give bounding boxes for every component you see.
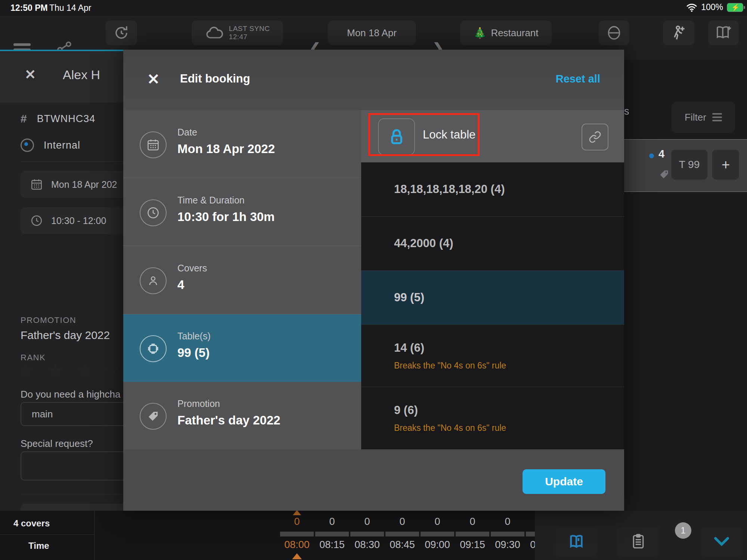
date-nav-label: Mon 18 Apr <box>347 27 397 39</box>
clock-icon <box>30 214 43 227</box>
bottom-timeline-bar: 4 covers Time 008:00 008:15 008:30 008:4… <box>0 511 747 560</box>
booking-detail-panel: ✕ Alex H # BTWNHC34 Internal Mon 18 Apr … <box>0 50 123 511</box>
booking-card[interactable]: 4 T 99 + <box>624 139 747 192</box>
edit-booking-modal: ✕ Edit booking Reset all Date Mon 18 Apr… <box>123 50 624 511</box>
timeline-slot[interactable]: 008:00 <box>279 511 314 560</box>
sidebar-date-button[interactable]: Mon 18 Apr 202 <box>21 171 123 198</box>
timeline-slot[interactable]: 009:45 <box>525 511 535 560</box>
promotion-caption: PROMOTION <box>21 315 76 325</box>
filter-label: Filter <box>685 112 706 123</box>
field-row-promotion[interactable]: Promotion Father's day 2022 <box>123 382 361 449</box>
update-button[interactable]: Update <box>523 469 605 494</box>
hash-icon: # <box>21 112 27 125</box>
add-booking-button[interactable] <box>708 21 739 45</box>
modal-footer: Update <box>123 449 624 511</box>
modal-close-icon[interactable]: ✕ <box>147 71 160 88</box>
date-nav-button[interactable]: Mon 18 Apr <box>328 21 416 45</box>
channel-row[interactable]: Internal <box>21 139 80 152</box>
clock-icon <box>140 199 167 226</box>
active-slot-marker-bottom <box>292 553 302 559</box>
booking-ref-row: # BTWNHC34 <box>21 112 95 125</box>
field-row-time-duration[interactable]: Time & Duration 10:30 for 1h 30m <box>123 178 361 246</box>
app-screen: 12:50 PM Thu 14 Apr 100% ⚡ LAST SYNC 12:… <box>0 0 747 560</box>
tag-icon <box>658 169 670 180</box>
star-icon[interactable]: ★ <box>104 360 121 382</box>
venue-selector-button[interactable]: 🎄 Restaurant <box>460 21 552 45</box>
star-icon[interactable]: ★ <box>18 360 35 382</box>
promotion-value: Father's day 2022 <box>21 329 110 342</box>
timeline-slot[interactable]: 009:00 <box>420 511 455 560</box>
task-count-badge: 1 <box>675 522 691 539</box>
tree-emoji-icon: 🎄 <box>473 27 486 39</box>
card-covers: 4 <box>658 148 664 160</box>
booking-panel-header: ✕ Alex H <box>0 51 123 103</box>
add-table-chip[interactable]: + <box>712 150 739 180</box>
time-row-label: Time <box>28 541 49 551</box>
timeline-slot[interactable]: 008:15 <box>314 511 350 560</box>
clock-date: Thu 14 Apr <box>49 3 92 13</box>
battery-charging-icon: ⚡ <box>727 3 743 12</box>
lock-table-highlight <box>368 113 480 156</box>
field-row-covers[interactable]: Covers 4 <box>123 246 361 314</box>
rule-warning: Breaks the "No 4s on 6s" rule <box>394 361 624 371</box>
add-walkin-button[interactable] <box>663 21 694 45</box>
calendar-icon <box>140 131 167 158</box>
active-slot-marker-top <box>293 511 301 515</box>
reset-all-button[interactable]: Reset all <box>556 73 600 85</box>
table-chip[interactable]: T 99 <box>671 150 707 180</box>
sidebar-time-button[interactable]: 10:30 - 12:00 <box>21 207 123 234</box>
sync-history-button[interactable] <box>106 21 137 45</box>
battery-percent: 100% <box>701 2 723 12</box>
rank-stars[interactable]: ★ ★ ★ ★ <box>18 360 121 382</box>
table-icon <box>140 335 167 362</box>
timeline-slot[interactable]: 009:15 <box>455 511 490 560</box>
rule-warning: Breaks the "No 4s on 6s" rule <box>394 423 624 433</box>
close-icon[interactable]: ✕ <box>25 67 36 83</box>
table-options-column: Lock table 18,18,18,18,18,20 (4) 44,2000… <box>361 110 624 449</box>
last-sync-button[interactable]: LAST SYNC 12:47 <box>192 21 283 45</box>
timeline-slot[interactable]: 009:30 <box>490 511 525 560</box>
sidebar-time-value: 10:30 - 12:00 <box>51 215 106 226</box>
table-option[interactable]: 44,2000 (4) <box>361 217 624 271</box>
cloud-icon <box>205 25 224 40</box>
radio-selected-icon <box>21 139 34 152</box>
timeline[interactable]: 008:00 008:15 008:30 008:45 009:00 009:1… <box>279 511 535 560</box>
table-option[interactable]: 14 (6) Breaks the "No 4s on 6s" rule <box>361 325 624 387</box>
modal-header: ✕ Edit booking Reset all <box>123 50 624 110</box>
collapse-bar-button[interactable] <box>701 527 743 556</box>
area-input[interactable]: main <box>21 402 123 426</box>
timeline-slot[interactable]: 008:45 <box>385 511 420 560</box>
filter-lines-icon <box>712 113 722 121</box>
booking-ref: BTWNHC34 <box>37 113 96 125</box>
calendar-icon <box>30 178 43 191</box>
tag-icon <box>140 403 167 430</box>
modal-title: Edit booking <box>180 72 250 85</box>
star-icon[interactable]: ★ <box>47 360 64 382</box>
wifi-icon <box>686 3 697 12</box>
status-dot-icon <box>649 153 654 158</box>
booking-fields-column: Date Mon 18 Apr 2022 Time & Duration 10:… <box>123 110 361 449</box>
table-options-list: 18,18,18,18,18,20 (4) 44,2000 (4) 99 (5)… <box>361 162 624 449</box>
block-table-button[interactable] <box>599 21 629 45</box>
area-value: main <box>32 408 53 420</box>
star-icon[interactable]: ★ <box>75 360 93 382</box>
person-icon <box>140 267 167 294</box>
filter-button[interactable]: Filter <box>672 102 735 133</box>
field-row-date[interactable]: Date Mon 18 Apr 2022 <box>123 110 361 178</box>
last-sync-label: LAST SYNC <box>229 25 270 33</box>
guest-name: Alex H <box>63 68 100 82</box>
table-option[interactable]: 9 (6) Breaks the "No 4s on 6s" rule <box>361 387 624 449</box>
table-option-selected[interactable]: 99 (5) <box>361 271 624 325</box>
special-request-input[interactable] <box>21 451 123 480</box>
covers-summary: 4 covers <box>13 518 50 529</box>
payments-button[interactable]: Payments <box>21 504 123 511</box>
link-tables-button[interactable] <box>582 124 608 150</box>
special-request-label: Special request? <box>21 438 93 449</box>
venue-label: Restaurant <box>491 27 538 39</box>
table-option[interactable]: 18,18,18,18,18,20 (4) <box>361 162 624 217</box>
channel-label: Internal <box>44 140 80 151</box>
field-row-tables[interactable]: Table(s) 99 (5) <box>123 314 361 382</box>
floor-plan-button[interactable] <box>555 527 598 556</box>
timeline-slot[interactable]: 008:30 <box>350 511 385 560</box>
task-list-button[interactable] <box>617 527 659 556</box>
